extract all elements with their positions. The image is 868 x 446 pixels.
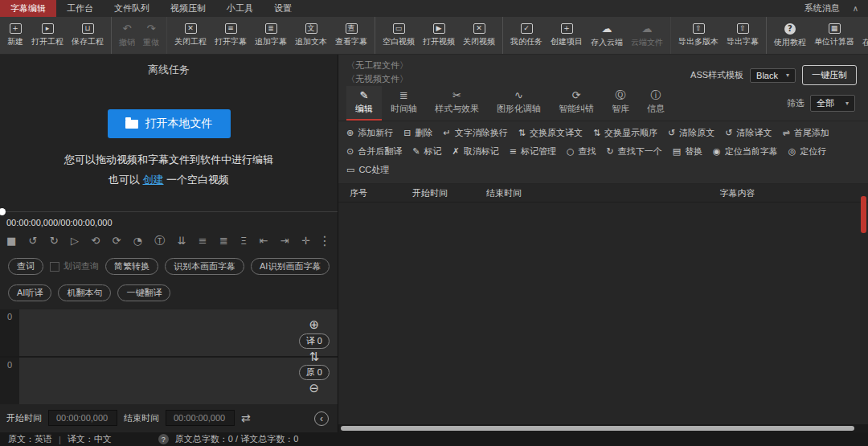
- align-top-icon[interactable]: ≣: [219, 235, 228, 246]
- loop-a-icon[interactable]: ↺: [29, 235, 38, 246]
- swap-editors-icon[interactable]: ⇅: [309, 351, 320, 363]
- unmark-button[interactable]: ✗取消标记: [452, 145, 498, 158]
- collapse-panel-button[interactable]: ‹: [314, 411, 329, 426]
- locate-current-subtitle-button[interactable]: ◉定位当前字幕: [713, 145, 778, 158]
- jump-start-icon[interactable]: ⇤: [260, 235, 268, 246]
- ai-ocr-frame-button[interactable]: AI识别画面字幕: [251, 258, 330, 275]
- toolbar-open-subtitle[interactable]: ≡ 打开字幕: [211, 17, 251, 54]
- jump-end-icon[interactable]: ⇥: [280, 235, 289, 246]
- player-more-menu-icon[interactable]: ⋮: [318, 233, 331, 248]
- swap-source-translation-button[interactable]: ⇅交换原文译文: [518, 127, 583, 139]
- toolbar-append-subtitle[interactable]: ≣ 追加字幕: [251, 17, 291, 54]
- vertical-scrollbar[interactable]: [861, 196, 866, 233]
- seek-handle[interactable]: [0, 208, 6, 215]
- zoom-in-icon[interactable]: ⊕: [309, 319, 320, 331]
- replay-icon[interactable]: ⟲: [91, 235, 100, 246]
- align-center-icon[interactable]: ≡: [199, 235, 207, 246]
- toolbar-close-video[interactable]: ✕ 关闭视频: [459, 17, 503, 54]
- toolbar-append-text[interactable]: 文 追加文本: [291, 17, 331, 54]
- toolbar-unit-calculator[interactable]: ▦ 单位计算器: [810, 17, 858, 54]
- lookup-word-button[interactable]: 查词: [8, 258, 43, 275]
- original-text-area[interactable]: [19, 358, 338, 404]
- create-blank-video-link[interactable]: 创建: [143, 174, 164, 186]
- toolbar-online-support[interactable]: ∩ 在线客服: [858, 17, 868, 54]
- column-header[interactable]: 字幕内容: [607, 187, 868, 199]
- stop-icon[interactable]: ■: [6, 235, 16, 246]
- replace-button[interactable]: ▤替换: [673, 145, 702, 158]
- crosshair-icon[interactable]: ✛: [301, 235, 310, 246]
- end-time-input[interactable]: 00:00:00,000: [166, 410, 235, 426]
- translation-count-badge[interactable]: 译 0: [299, 333, 330, 349]
- toolbar-new[interactable]: + 新建: [3, 17, 27, 54]
- simplified-traditional-button[interactable]: 简繁转换: [105, 258, 158, 275]
- tab-graphical-timing[interactable]: ∿ 图形化调轴: [488, 86, 550, 121]
- tab-smart-correction[interactable]: ⟳ 智能纠错: [550, 86, 603, 121]
- help-icon[interactable]: ?: [158, 434, 169, 444]
- start-time-input[interactable]: 00:00:00,000: [48, 410, 117, 426]
- toolbar-create-project[interactable]: + 创建项目: [547, 17, 587, 54]
- toolbar-save-to-cloud[interactable]: ☁ 存入云端: [587, 17, 627, 54]
- toolbar-view-subtitle[interactable]: 查 查看字幕: [331, 17, 375, 54]
- play-icon[interactable]: ▷: [71, 235, 79, 246]
- toolbar-close-project[interactable]: ✕ 关闭工程: [170, 17, 211, 54]
- ass-template-select[interactable]: Black ▾: [750, 68, 796, 83]
- toolbar-export-multi[interactable]: ⇧ 导出多版本: [674, 17, 723, 54]
- toolbar-undo[interactable]: ↶ 撤销: [115, 17, 139, 54]
- column-header[interactable]: 序号: [350, 187, 412, 199]
- menu-small-tools[interactable]: 小工具: [216, 0, 264, 17]
- source-language-status[interactable]: 原文：英语: [8, 433, 52, 445]
- column-header[interactable]: 开始时间: [412, 187, 486, 199]
- locate-row-button[interactable]: ◎定位行: [788, 145, 827, 158]
- ai-transcribe-button[interactable]: AI听译: [8, 284, 51, 301]
- collapse-window-icon[interactable]: ∧: [853, 4, 858, 13]
- swap-times-icon[interactable]: ⇄: [241, 411, 251, 424]
- column-header[interactable]: 结束时间: [486, 187, 607, 199]
- clear-source-button[interactable]: ↺清除原文: [668, 127, 714, 139]
- text-overlay-icon[interactable]: Ⓣ: [154, 235, 165, 246]
- mark-button[interactable]: ✎标记: [412, 145, 441, 158]
- target-language-status[interactable]: 译文：中文: [68, 433, 112, 445]
- translate-all-button[interactable]: 一键翻译: [117, 284, 170, 301]
- machine-translate-sentence-button[interactable]: 机翻本句: [58, 284, 111, 301]
- menu-file-queue[interactable]: 文件队列: [104, 0, 160, 17]
- add-head-tail-button[interactable]: ⇌首尾添加: [783, 127, 829, 139]
- seek-bar[interactable]: [0, 208, 338, 215]
- toolbar-my-tasks[interactable]: ✓ 我的任务: [506, 17, 547, 54]
- tab-timeline[interactable]: ≣ 时间轴: [382, 86, 426, 121]
- find-next-button[interactable]: ↻查找下一个: [606, 145, 661, 158]
- toolbar-export-subtitle[interactable]: ⇧ 导出字幕: [723, 17, 767, 54]
- original-count-badge[interactable]: 原 0: [299, 365, 330, 380]
- menu-video-encode[interactable]: 视频压制: [160, 0, 216, 17]
- align-left-icon[interactable]: Ξ: [240, 235, 247, 246]
- merge-translate-button[interactable]: ⊙合并后翻译: [346, 145, 402, 158]
- translation-text-area[interactable]: [19, 309, 338, 356]
- system-message-link[interactable]: 系统消息: [805, 2, 840, 14]
- delete-row-button[interactable]: ⊟删除: [403, 127, 432, 139]
- one-click-compress-button[interactable]: 一键压制: [802, 65, 857, 85]
- subtitle-table-body[interactable]: [338, 203, 868, 424]
- mark-manage-button[interactable]: ≡标记管理: [510, 145, 556, 158]
- menu-workbench[interactable]: 工作台: [56, 0, 104, 17]
- toolbar-open-project[interactable]: ▸ 打开工程: [27, 17, 68, 54]
- toolbar-redo[interactable]: ↷ 重做: [139, 17, 167, 54]
- tab-style-effects[interactable]: ✂ 样式与效果: [426, 86, 488, 121]
- toolbar-save-project[interactable]: ⊔ 保存工程: [68, 17, 112, 54]
- filter-select[interactable]: 全部 ▾: [810, 95, 855, 112]
- tab-info[interactable]: ⓘ 信息: [638, 86, 674, 121]
- clear-translation-button[interactable]: ↺清除译文: [725, 127, 772, 139]
- open-local-file-button[interactable]: 打开本地文件: [108, 109, 231, 138]
- ocr-current-frame-button[interactable]: 识别本画面字幕: [165, 258, 244, 275]
- horizontal-scrollbar[interactable]: [341, 426, 854, 431]
- forward-icon[interactable]: ⟳: [112, 235, 121, 246]
- zoom-out-icon[interactable]: ⊖: [309, 383, 320, 395]
- tab-edit[interactable]: ✎ 编辑: [346, 86, 382, 121]
- toolbar-blank-video[interactable]: ▭ 空白视频: [379, 17, 419, 54]
- find-button[interactable]: ○查找: [567, 145, 596, 158]
- loop-b-icon[interactable]: ↻: [50, 235, 59, 246]
- menu-subtitle-edit[interactable]: 字幕编辑: [0, 0, 56, 17]
- tab-knowledge-base[interactable]: Ⓠ 智库: [603, 86, 638, 121]
- toolbar-cloud-files[interactable]: ☁ 云端文件: [627, 17, 671, 54]
- toolbar-open-video[interactable]: ▶ 打开视频: [419, 17, 459, 54]
- swap-display-order-button[interactable]: ⇅交换显示顺序: [593, 127, 657, 139]
- menu-settings[interactable]: 设置: [264, 0, 302, 17]
